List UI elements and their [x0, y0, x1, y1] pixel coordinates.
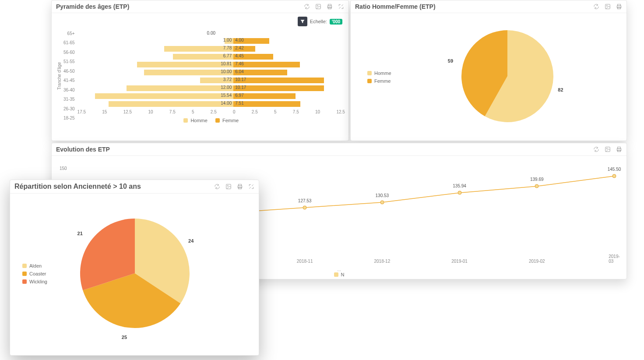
svg-rect-12 [618, 147, 621, 149]
anc-value-coaster: 25 [122, 335, 127, 340]
panel-ratio: Ratio Homme/Femme (ETP) HommeFemme 82 59 [350, 0, 627, 141]
print-icon[interactable] [237, 184, 243, 190]
svg-rect-9 [618, 7, 621, 9]
expand-icon[interactable] [338, 4, 344, 10]
svg-rect-19 [239, 187, 242, 189]
image-export-icon[interactable] [605, 4, 611, 10]
panel-title-evolution: Evolution des ETP [56, 146, 110, 153]
refresh-icon[interactable] [214, 184, 220, 190]
image-export-icon[interactable] [605, 146, 611, 152]
anc-value-wickling: 21 [77, 231, 83, 236]
pyramid-ylabel: Tranche d'âge [55, 29, 63, 123]
svg-rect-2 [328, 4, 331, 6]
echelle-label: Echelle: [310, 19, 327, 24]
legend-item-wickling[interactable]: Wickling [22, 279, 47, 284]
expand-icon[interactable] [248, 184, 254, 190]
svg-rect-4 [328, 7, 331, 9]
image-export-icon[interactable] [315, 4, 321, 10]
svg-point-11 [606, 148, 607, 149]
legend-item-n[interactable]: N [334, 272, 345, 277]
svg-rect-14 [618, 150, 621, 152]
panel-title-pyramid: Pyramide des âges (ETP) [56, 3, 129, 10]
image-export-icon[interactable] [225, 184, 232, 190]
filter-icon[interactable] [298, 17, 307, 26]
legend-item-femme[interactable]: Femme [215, 118, 239, 123]
anciennete-pie-chart [74, 212, 196, 335]
svg-rect-17 [239, 184, 242, 186]
svg-point-1 [317, 5, 318, 6]
panel-title-anciennete: Répartition selon Ancienneté > 10 ans [14, 183, 141, 191]
refresh-icon[interactable] [304, 4, 310, 10]
svg-rect-7 [618, 4, 621, 6]
anc-value-alden: 24 [188, 238, 194, 244]
legend-item-homme[interactable]: Homme [183, 118, 208, 123]
ratio-value-femme: 59 [448, 58, 453, 64]
refresh-icon[interactable] [593, 4, 599, 10]
legend-item-femme[interactable]: Femme [367, 78, 391, 84]
legend-item-alden[interactable]: Alden [22, 263, 47, 268]
echelle-value[interactable]: '000 [330, 19, 342, 25]
ratio-value-homme: 82 [558, 87, 563, 92]
svg-point-6 [606, 5, 607, 6]
legend-item-homme[interactable]: Homme [367, 71, 391, 76]
panel-title-ratio: Ratio Homme/Femme (ETP) [355, 3, 436, 10]
print-icon[interactable] [616, 146, 622, 152]
refresh-icon[interactable] [593, 146, 599, 152]
print-icon[interactable] [616, 4, 622, 10]
panel-pyramid: Pyramide des âges (ETP) Echelle: '000 Tr… [51, 0, 349, 141]
ratio-pie-chart [457, 26, 558, 127]
legend-item-coaster[interactable]: Coaster [22, 271, 47, 276]
print-icon[interactable] [327, 4, 333, 10]
svg-point-16 [227, 185, 228, 186]
panel-anciennete: Répartition selon Ancienneté > 10 ans Al… [10, 180, 259, 356]
